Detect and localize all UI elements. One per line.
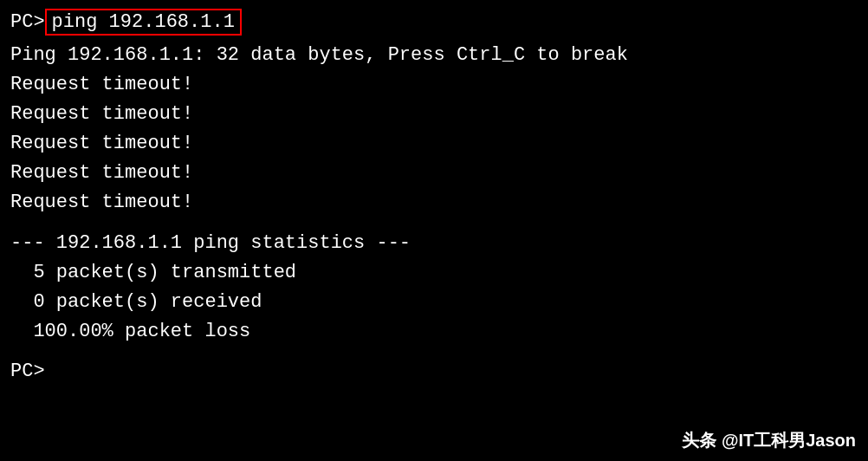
timeout-line-4: Request timeout! — [10, 159, 858, 188]
ping-info-line: Ping 192.168.1.1: 32 data bytes, Press C… — [10, 41, 858, 70]
stat-received: 0 packet(s) received — [10, 288, 858, 317]
timeout-line-2: Request timeout! — [10, 100, 858, 129]
timeout-line-1: Request timeout! — [10, 70, 858, 100]
prompt2: PC> — [10, 357, 858, 386]
ping-command: ping 192.168.1.1 — [45, 9, 242, 36]
stat-loss: 100.00% packet loss — [10, 317, 858, 347]
timeout-line-5: Request timeout! — [10, 188, 858, 218]
stat-transmitted: 5 packet(s) transmitted — [10, 258, 858, 288]
stats-header: --- 192.168.1.1 ping statistics --- — [10, 229, 858, 258]
command-line: PC> ping 192.168.1.1 — [10, 9, 858, 36]
timeout-line-3: Request timeout! — [10, 129, 858, 159]
terminal-window: PC> ping 192.168.1.1 Ping 192.168.1.1: 3… — [0, 0, 868, 461]
prompt1: PC> — [10, 11, 45, 33]
watermark: 头条 @IT工科男Jason — [682, 429, 856, 452]
